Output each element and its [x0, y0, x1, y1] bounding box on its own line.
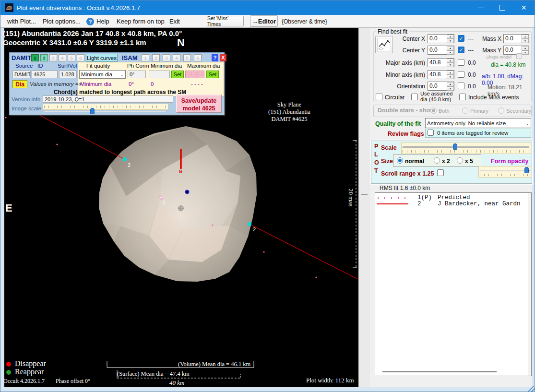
- opacity-slider-thumb[interactable]: [524, 167, 529, 173]
- menu-exit[interactable]: Exit: [169, 18, 180, 25]
- observer-list[interactable]: 1(P) Predicted 2 J Bardecker, near Gardn: [375, 192, 532, 376]
- damit-help-button[interactable]: ?: [212, 54, 218, 61]
- up-arrow-icon[interactable]: [447, 46, 454, 50]
- isam-tab-2[interactable]: 2: [152, 54, 160, 61]
- chord-2-reappear-marker[interactable]: [248, 222, 251, 226]
- major-axis-spinner[interactable]: 40.8: [428, 58, 454, 67]
- source-field[interactable]: DAMIT: [12, 71, 31, 78]
- scroll-range-checkbox[interactable]: [437, 169, 444, 176]
- opacity-slider-track[interactable]: [480, 170, 530, 171]
- save-update-button[interactable]: Save/update model 4625: [176, 95, 222, 113]
- down-arrow-icon[interactable]: [522, 39, 529, 43]
- observer-row-num: 2: [417, 201, 421, 207]
- down-arrow-icon[interactable]: [447, 86, 454, 91]
- circular-checkbox[interactable]: [376, 94, 382, 100]
- down-arrow-icon[interactable]: [522, 50, 529, 55]
- set-miss-times-button[interactable]: Set 'Miss' Times: [207, 16, 244, 26]
- quality-combo[interactable]: Astrometry only. No reliable size ⌄: [425, 118, 531, 128]
- chord-2-line-left[interactable]: [40, 116, 125, 159]
- ph-corrn-field[interactable]: 0°: [128, 71, 146, 78]
- up-arrow-icon[interactable]: [522, 35, 529, 39]
- chord-2-line-right[interactable]: [250, 224, 358, 279]
- menu-help[interactable]: Help: [96, 18, 109, 25]
- scale-slider-thumb[interactable]: [453, 143, 457, 150]
- disappear-legend-dot: [6, 362, 11, 367]
- down-arrow-icon[interactable]: [447, 39, 454, 43]
- damit-tab-4[interactable]: 4: [59, 54, 66, 61]
- scale-slider-ticks: [403, 150, 530, 153]
- image-scale-slider-thumb[interactable]: [90, 108, 95, 114]
- minor-axis-spinner[interactable]: 40.8: [428, 70, 454, 79]
- predicted-star-marker[interactable]: [186, 190, 189, 194]
- id-header: ID: [37, 63, 43, 69]
- damit-tab-2[interactable]: 2: [40, 54, 48, 61]
- surfvol-field[interactable]: 1.028: [59, 71, 77, 78]
- up-arrow-icon[interactable]: [447, 71, 454, 75]
- version-info-field[interactable]: 2019-10-23, Q=1: [43, 95, 173, 103]
- isam-tab-4[interactable]: 4: [173, 54, 180, 61]
- up-arrow-icon[interactable]: [447, 59, 454, 63]
- fit-quality-combo[interactable]: Minimum dia ⌄: [79, 70, 126, 79]
- isam-tab-3[interactable]: 3: [163, 54, 170, 61]
- down-arrow-icon[interactable]: [447, 50, 454, 55]
- minimize-button[interactable]: [470, 0, 491, 15]
- isam-tab-6[interactable]: 6: [194, 54, 202, 61]
- max-dia-field[interactable]: [185, 71, 204, 78]
- center-x-checkbox[interactable]: [458, 35, 464, 42]
- fit-chart-button[interactable]: [375, 36, 393, 53]
- damit-tab-5[interactable]: 5: [68, 54, 75, 61]
- damit-close-button[interactable]: X: [220, 54, 226, 61]
- include-miss-checkbox[interactable]: [459, 94, 466, 100]
- size-normal-radio[interactable]: [397, 157, 403, 164]
- isam-tab-5[interactable]: 5: [183, 54, 191, 61]
- scale-slider-track[interactable]: [403, 146, 529, 148]
- major-axis-checkbox[interactable]: [458, 59, 464, 66]
- light-curves-button[interactable]: Light curves: [86, 54, 118, 62]
- resize-grip[interactable]: [527, 386, 535, 392]
- center-y-spinner[interactable]: 0.0: [428, 46, 454, 55]
- orientation-checkbox[interactable]: [458, 83, 464, 89]
- min-dia-field[interactable]: [149, 71, 170, 78]
- mass-x-spinner[interactable]: 0.0: [503, 34, 529, 43]
- help-icon[interactable]: ?: [86, 18, 94, 25]
- shape-model-checkbox[interactable]: [516, 53, 522, 59]
- center-x-spinner[interactable]: 0.0: [428, 34, 454, 43]
- damit-tab-6[interactable]: 6: [77, 54, 84, 61]
- minor-axis-checkbox[interactable]: [458, 71, 464, 78]
- up-arrow-icon[interactable]: [447, 35, 454, 39]
- maximize-icon: [499, 5, 505, 11]
- chord-2-disappear-marker[interactable]: [123, 157, 127, 161]
- down-arrow-icon[interactable]: [447, 75, 454, 79]
- set-max-dia-button[interactable]: Set: [206, 71, 219, 78]
- damit-tab-3[interactable]: 3: [49, 54, 57, 61]
- size-x5-radio[interactable]: [457, 157, 463, 164]
- down-arrow-icon[interactable]: [447, 63, 454, 67]
- use-assumed-checkbox[interactable]: [411, 94, 418, 100]
- double-secondary-radio[interactable]: [498, 107, 504, 114]
- editor-button[interactable]: →Editor: [250, 15, 278, 27]
- menu-keep-on-top[interactable]: Keep form on top: [117, 18, 165, 25]
- close-button[interactable]: [513, 0, 535, 15]
- id-field[interactable]: 4625: [32, 71, 58, 78]
- center-y-checkbox[interactable]: [458, 47, 464, 53]
- maximize-button[interactable]: [491, 0, 513, 15]
- up-arrow-icon[interactable]: [447, 82, 454, 86]
- set-min-dia-button[interactable]: Set: [171, 71, 184, 78]
- double-both-radio[interactable]: [430, 107, 437, 114]
- double-primary-radio[interactable]: [462, 107, 468, 114]
- dia-button[interactable]: Dia: [12, 80, 27, 88]
- review-flags-checkbox[interactable]: [428, 130, 434, 136]
- splitter-handle[interactable]: [361, 194, 368, 196]
- size-x2-radio[interactable]: [434, 157, 440, 164]
- plot-title-line2: Geocentric X 3431.0 ±0.6 Y 3319.9 ±1.1 k…: [3, 38, 146, 47]
- menu-plot-options[interactable]: Plot options...: [43, 18, 81, 25]
- menu-with-plot[interactable]: with Plot...: [7, 18, 36, 25]
- up-arrow-icon[interactable]: [522, 46, 529, 50]
- orientation-spinner[interactable]: 0.0: [428, 82, 454, 91]
- image-scale-track[interactable]: [44, 111, 166, 112]
- damit-tab-1[interactable]: 1: [31, 54, 39, 61]
- plot-vertical-p: P: [374, 143, 378, 150]
- list-vertical-scrollbar[interactable]: [528, 193, 532, 376]
- list-horizontal-scrollbar[interactable]: [382, 371, 497, 372]
- isam-tab-1[interactable]: 1: [142, 54, 149, 61]
